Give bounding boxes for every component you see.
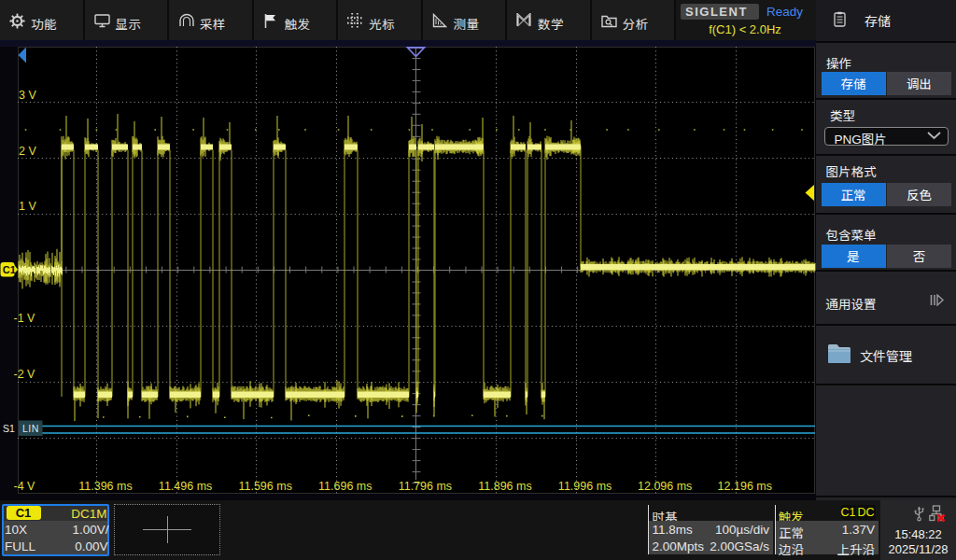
svg-text:C1: C1 (3, 264, 16, 275)
svg-text:12.196 ms: 12.196 ms (718, 480, 772, 493)
svg-text:3 V: 3 V (19, 89, 36, 102)
svg-text:11.996 ms: 11.996 ms (558, 480, 612, 493)
svg-text:2 V: 2 V (19, 145, 36, 158)
svg-text:11.796 ms: 11.796 ms (399, 480, 452, 493)
svg-text:11.596 ms: 11.596 ms (238, 480, 291, 493)
svg-text:11.896 ms: 11.896 ms (478, 480, 531, 493)
svg-text:11.696 ms: 11.696 ms (318, 480, 372, 493)
svg-text:11.396 ms: 11.396 ms (78, 480, 132, 493)
svg-text:-2 V: -2 V (14, 368, 36, 381)
svg-text:LIN: LIN (22, 423, 39, 434)
svg-text:11.496 ms: 11.496 ms (159, 480, 212, 493)
svg-text:-1 V: -1 V (14, 312, 36, 325)
svg-text:1 V: 1 V (19, 200, 36, 213)
svg-text:-4 V: -4 V (14, 480, 36, 493)
svg-text:S1: S1 (3, 423, 15, 434)
svg-text:12.096 ms: 12.096 ms (638, 480, 692, 493)
